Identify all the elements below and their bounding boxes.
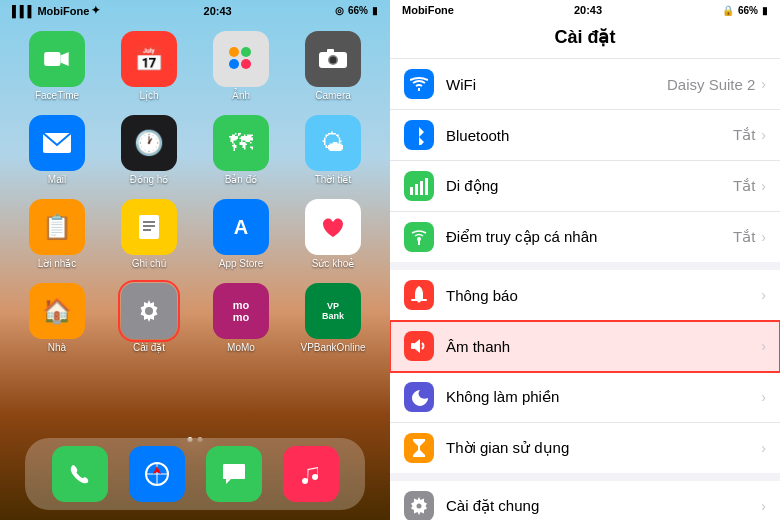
row-label-wifi: WiFi (446, 76, 667, 93)
chevron-diemtruycap: › (761, 229, 766, 245)
svg-rect-24 (415, 184, 418, 195)
app-icon-ghichu[interactable]: Ghi chú (110, 199, 188, 269)
dock-icon-music[interactable] (283, 446, 339, 502)
app-label-appstore: App Store (219, 258, 263, 269)
app-label-mail: Mail (48, 174, 66, 185)
svg-rect-23 (410, 187, 413, 195)
battery-left: ◎ 66% ▮ (335, 5, 378, 16)
app-icon-appstore[interactable]: AApp Store (202, 199, 280, 269)
svg-point-18 (145, 307, 153, 315)
svg-rect-26 (425, 178, 428, 195)
row-value-didong: Tắt (733, 177, 755, 195)
row-label-thongbao: Thông báo (446, 287, 761, 304)
settings-row-caidatchung[interactable]: Cài đặt chung› (390, 481, 780, 520)
app-label-lich: Lịch (139, 90, 158, 101)
row-value-diemtruycap: Tắt (733, 228, 755, 246)
carrier-left: ▌▌▌ MobiFone ✦ (12, 4, 100, 17)
row-icon-khonglamphien (404, 382, 434, 412)
row-icon-caidatchung (404, 491, 434, 520)
app-icon-suckhoe[interactable]: Sức khoẻ (294, 199, 372, 269)
chevron-khonglamphien: › (761, 389, 766, 405)
carrier-text-left: MobiFone (37, 5, 89, 17)
app-icon-thoitiet[interactable]: 🌤Thời tiết (294, 115, 372, 185)
signal-bars: ▌▌▌ (12, 5, 35, 17)
app-label-suckhoe: Sức khoẻ (312, 258, 355, 269)
app-icon-img-anh (213, 31, 269, 87)
app-icon-img-mail (29, 115, 85, 171)
battery-right: 🔒 66% ▮ (722, 5, 768, 16)
app-label-anh: Ảnh (232, 90, 250, 101)
svg-point-32 (417, 504, 422, 509)
dock-icon-safari[interactable] (129, 446, 185, 502)
app-icon-caidat[interactable]: Cài đặt (110, 283, 188, 353)
chevron-thoigiansudung: › (761, 440, 766, 456)
settings-title: Cài đặt (390, 20, 780, 59)
status-bar-left: ▌▌▌ MobiFone ✦ 20:43 ◎ 66% ▮ (0, 0, 390, 21)
row-value-bluetooth: Tắt (733, 126, 755, 144)
svg-point-2 (229, 47, 239, 57)
app-label-nha: Nhà (48, 342, 66, 353)
app-icon-lich[interactable]: 📅Lịch (110, 31, 188, 101)
settings-row-bluetooth[interactable]: BluetoothTắt› (390, 110, 780, 161)
dock-icon-img-safari (129, 446, 185, 502)
chevron-wifi: › (761, 76, 766, 92)
app-icon-img-loinhan: 📋 (29, 199, 85, 255)
app-icon-img-thoitiet: 🌤 (305, 115, 361, 171)
chevron-bluetooth: › (761, 127, 766, 143)
settings-group-0: WiFiDaisy Suite 2›BluetoothTắt›Di độngTắ… (390, 59, 780, 262)
row-label-thoigiansudung: Thời gian sử dụng (446, 439, 761, 457)
settings-row-amthanh[interactable]: Âm thanh› (390, 321, 780, 372)
app-icon-img-caidat (121, 283, 177, 339)
carrier-right: MobiFone (402, 4, 454, 16)
app-label-loinhan: Lời nhắc (38, 258, 77, 269)
app-icon-img-facetime (29, 31, 85, 87)
row-label-caidatchung: Cài đặt chung (446, 497, 761, 515)
settings-group-2: Cài đặt chung›Trung tâm điều khiển›Màn h… (390, 481, 780, 520)
battery-icon-left: ▮ (372, 5, 378, 16)
settings-row-khonglamphien[interactable]: Không làm phiền› (390, 372, 780, 423)
dock (25, 438, 365, 510)
app-icon-mail[interactable]: Mail (18, 115, 96, 185)
settings-row-wifi[interactable]: WiFiDaisy Suite 2› (390, 59, 780, 110)
lock-icon: 🔒 (722, 5, 734, 16)
app-icon-anh[interactable]: Ảnh (202, 31, 280, 101)
row-icon-amthanh (404, 331, 434, 361)
settings-row-didong[interactable]: Di độngTắt› (390, 161, 780, 212)
svg-point-4 (229, 59, 239, 69)
wifi-icon-left: ✦ (91, 4, 100, 17)
app-icon-momo[interactable]: momoMoMo (202, 283, 280, 353)
app-icon-img-vpbank: VPBank (305, 283, 361, 339)
dock-icon-phone[interactable] (52, 446, 108, 502)
row-icon-bluetooth (404, 120, 434, 150)
app-icon-vpbank[interactable]: VPBankVPBankOnline (294, 283, 372, 353)
app-icon-img-appstore: A (213, 199, 269, 255)
status-bar-right: MobiFone 20:43 🔒 66% ▮ (390, 0, 780, 20)
svg-rect-30 (411, 343, 415, 349)
app-icon-donghо[interactable]: 🕐Đồng hồ (110, 115, 188, 185)
app-icon-img-camera (305, 31, 361, 87)
app-icon-camera[interactable]: Camera (294, 31, 372, 101)
chevron-thongbao: › (761, 287, 766, 303)
app-icon-nha[interactable]: 🏠Nhà (18, 283, 96, 353)
dock-icon-messages[interactable] (206, 446, 262, 502)
svg-text:A: A (234, 216, 248, 238)
app-label-vpbank: VPBankOnline (300, 342, 365, 353)
app-label-caidat: Cài đặt (133, 342, 165, 353)
settings-row-thoigiansudung[interactable]: Thời gian sử dụng› (390, 423, 780, 473)
settings-row-diemtruycap[interactable]: Điểm truy cập cá nhânTắt› (390, 212, 780, 262)
phone-screen: ▌▌▌ MobiFone ✦ 20:43 ◎ 66% ▮ FaceTime📅Lị… (0, 0, 390, 520)
app-icon-facetime[interactable]: FaceTime (18, 31, 96, 101)
app-label-bando: Bản đồ (225, 174, 258, 185)
row-label-khonglamphien: Không làm phiền (446, 388, 761, 406)
settings-row-thongbao[interactable]: Thông báo› (390, 270, 780, 321)
settings-list: WiFiDaisy Suite 2›BluetoothTắt›Di độngTắ… (390, 59, 780, 520)
app-icon-bando[interactable]: 🗺Bản đồ (202, 115, 280, 185)
svg-point-8 (330, 57, 337, 64)
svg-rect-11 (139, 215, 159, 239)
settings-title-text: Cài đặt (554, 27, 615, 47)
svg-rect-25 (420, 181, 423, 195)
battery-text-left: 66% (348, 5, 368, 16)
app-label-donghо: Đồng hồ (130, 174, 169, 185)
app-icon-loinhan[interactable]: 📋Lời nhắc (18, 199, 96, 269)
row-label-amthanh: Âm thanh (446, 338, 761, 355)
